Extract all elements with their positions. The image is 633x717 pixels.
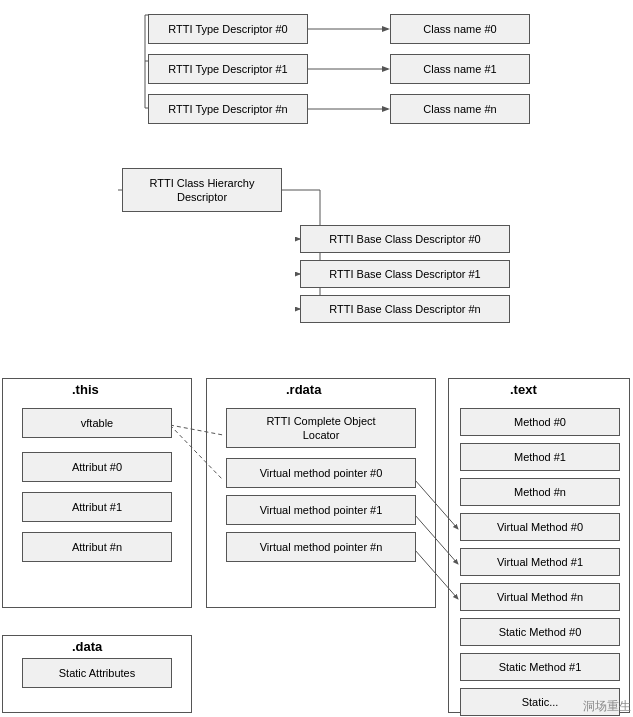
virtual-method-n: Virtual Method #n — [460, 583, 620, 611]
rtti-base-class-descriptor-1: RTTI Base Class Descriptor #1 — [300, 260, 510, 288]
rtti-complete-object-locator: RTTI Complete ObjectLocator — [226, 408, 416, 448]
rtti-type-descriptor-n: RTTI Type Descriptor #n — [148, 94, 308, 124]
static-method-0: Static Method #0 — [460, 618, 620, 646]
virtual-method-pointer-n: Virtual method pointer #n — [226, 532, 416, 562]
static-attributes: Static Attributes — [22, 658, 172, 688]
diagram: RTTI Type Descriptor #0 RTTI Type Descri… — [0, 0, 633, 717]
virtual-method-0: Virtual Method #0 — [460, 513, 620, 541]
class-name-0: Class name #0 — [390, 14, 530, 44]
watermark: 洞场重生 — [583, 698, 631, 715]
text-title: .text — [510, 382, 537, 397]
vftable: vftable — [22, 408, 172, 438]
attribut-n: Attribut #n — [22, 532, 172, 562]
virtual-method-pointer-1: Virtual method pointer #1 — [226, 495, 416, 525]
rtti-type-descriptor-1: RTTI Type Descriptor #1 — [148, 54, 308, 84]
static-method-1: Static Method #1 — [460, 653, 620, 681]
rtti-class-hierarchy-descriptor: RTTI Class Hierarchy Descriptor — [122, 168, 282, 212]
method-1: Method #1 — [460, 443, 620, 471]
data-title: .data — [72, 639, 102, 654]
rtti-type-descriptor-0: RTTI Type Descriptor #0 — [148, 14, 308, 44]
virtual-method-1: Virtual Method #1 — [460, 548, 620, 576]
attribut-0: Attribut #0 — [22, 452, 172, 482]
method-n: Method #n — [460, 478, 620, 506]
rdata-title: .rdata — [286, 382, 321, 397]
rtti-base-class-descriptor-n: RTTI Base Class Descriptor #n — [300, 295, 510, 323]
class-name-1: Class name #1 — [390, 54, 530, 84]
this-title: .this — [72, 382, 99, 397]
class-name-n: Class name #n — [390, 94, 530, 124]
attribut-1: Attribut #1 — [22, 492, 172, 522]
rtti-base-class-descriptor-0: RTTI Base Class Descriptor #0 — [300, 225, 510, 253]
method-0: Method #0 — [460, 408, 620, 436]
virtual-method-pointer-0: Virtual method pointer #0 — [226, 458, 416, 488]
